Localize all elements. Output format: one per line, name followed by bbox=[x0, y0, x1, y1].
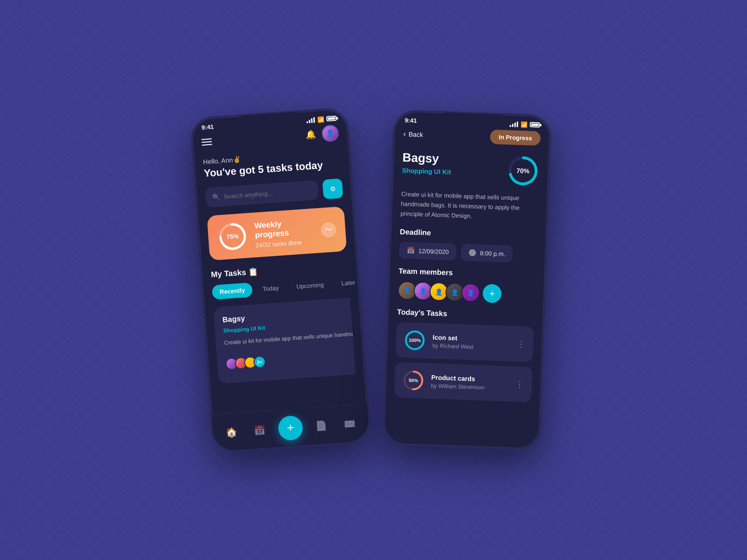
task-info-1: Icon set by Richard West bbox=[432, 333, 511, 351]
task-ring-label-2: 50% bbox=[409, 378, 418, 384]
wave-icon: 〜 bbox=[321, 222, 337, 238]
nav-document[interactable]: 📄 bbox=[311, 416, 331, 436]
signal-icon-right bbox=[510, 121, 518, 127]
search-bar: 🔍 ⚙ bbox=[205, 178, 343, 207]
todays-tasks-section: Today's Tasks 100% Icon set by Richard W… bbox=[394, 308, 535, 402]
user-avatar[interactable]: 👤 bbox=[321, 125, 339, 142]
nav-mail[interactable]: ✉️ bbox=[339, 414, 359, 434]
progress-title: Weekly progress bbox=[254, 217, 314, 240]
team-section: Team members 👤 👤 👤 👤 👤 + bbox=[397, 267, 536, 304]
nav-add-button[interactable]: + bbox=[277, 415, 303, 441]
battery-icon bbox=[326, 116, 337, 122]
search-input-wrap[interactable]: 🔍 bbox=[205, 180, 319, 208]
phones-container: 9:41 📶 🔔 👤 bbox=[201, 112, 546, 448]
tab-recently[interactable]: Recently bbox=[211, 282, 253, 300]
hamburger-menu[interactable] bbox=[202, 138, 212, 146]
team-member-5: 👤 bbox=[461, 283, 480, 302]
notch-right bbox=[444, 112, 501, 125]
task-item-product-cards: 50% Product cards by William Stevenson ⋮ bbox=[394, 362, 532, 402]
bell-icon[interactable]: 🔔 bbox=[304, 128, 318, 142]
tab-upcoming[interactable]: Upcoming bbox=[289, 277, 331, 294]
task-name-2: Product cards bbox=[431, 373, 509, 384]
left-phone-content: 🔔 👤 Hello, Ann✌️ You've got 5 tasks toda… bbox=[192, 124, 369, 447]
task-ring-2: 50% bbox=[402, 369, 425, 392]
task-info-2: Product cards by William Stevenson bbox=[431, 373, 509, 392]
task-ring-label-1: 100% bbox=[409, 338, 421, 343]
tab-later[interactable]: Later bbox=[333, 275, 363, 291]
filter-icon: ⚙ bbox=[330, 185, 336, 193]
deadline-label: Deadline bbox=[400, 228, 537, 241]
task-card-title: Bagsy bbox=[222, 314, 245, 324]
status-icons-right: 📶 bbox=[509, 121, 540, 128]
header-icons: 🔔 👤 bbox=[303, 125, 339, 144]
clock-icon: 🕗 bbox=[468, 249, 477, 257]
time-left: 9:41 bbox=[201, 123, 214, 131]
deadline-section: Deadline 📅 12/09/2020 🕗 8:00 p.m. bbox=[399, 228, 537, 263]
left-phone: 9:41 📶 🔔 👤 bbox=[189, 107, 371, 453]
task-by-1: by Richard West bbox=[432, 342, 510, 351]
task-ring-1: 100% bbox=[403, 329, 427, 352]
progress-card: 75% Weekly progress 24/32 tasks done 〜 bbox=[207, 206, 347, 260]
back-button[interactable]: ‹ Back bbox=[403, 130, 423, 139]
right-phone-content: ‹ Back In Progress Bagsy Shopping UI Kit… bbox=[383, 126, 550, 444]
progress-percentage: 75% bbox=[226, 232, 239, 240]
deadline-pills: 📅 12/09/2020 🕗 8:00 p.m. bbox=[399, 242, 537, 263]
task-more-2[interactable]: ⋮ bbox=[515, 379, 525, 390]
progress-info: Weekly progress 24/32 tasks done bbox=[254, 217, 315, 249]
in-progress-badge: In Progress bbox=[490, 130, 541, 146]
deadline-time-pill: 🕗 8:00 p.m. bbox=[461, 244, 513, 263]
deadline-date-pill: 📅 12/09/2020 bbox=[399, 242, 457, 260]
search-input[interactable] bbox=[224, 187, 312, 200]
back-chevron: ‹ bbox=[403, 130, 406, 138]
avatar-count: 2+ bbox=[253, 356, 266, 369]
project-title-wrap: Bagsy Shopping UI Kit bbox=[402, 150, 452, 176]
add-team-member-button[interactable]: + bbox=[482, 284, 501, 303]
task-card-footer: 2+ 70% bbox=[225, 343, 356, 375]
battery-icon-right bbox=[530, 122, 540, 128]
wifi-icon-right: 📶 bbox=[520, 121, 527, 128]
nav-calendar[interactable]: 📅 bbox=[250, 420, 270, 440]
progress-ring: 75% bbox=[217, 221, 248, 252]
task-tabs: Recently Today Upcoming Later bbox=[211, 276, 349, 300]
team-label: Team members bbox=[398, 267, 536, 280]
deadline-date: 12/09/2020 bbox=[418, 247, 449, 255]
filter-button[interactable]: ⚙ bbox=[322, 178, 343, 199]
task-name-1: Icon set bbox=[432, 333, 510, 343]
todays-tasks-label: Today's Tasks bbox=[397, 308, 534, 321]
task-by-2: by William Stevenson bbox=[431, 382, 509, 392]
tab-today[interactable]: Today bbox=[254, 280, 287, 297]
task-cards-list: Bagsy ··· Shopping UI Kit Create ui kit … bbox=[213, 298, 356, 384]
project-title: Bagsy bbox=[402, 150, 452, 167]
project-progress-label: 70% bbox=[516, 167, 530, 175]
status-icons-left: 📶 bbox=[306, 115, 337, 124]
nav-home[interactable]: 🏠 bbox=[221, 422, 241, 442]
calendar-icon: 📅 bbox=[407, 247, 415, 255]
progress-subtitle: 24/32 tasks done bbox=[255, 238, 315, 249]
time-right: 9:41 bbox=[405, 117, 417, 124]
team-avatars: 👤 👤 👤 👤 👤 + bbox=[397, 281, 535, 304]
project-subtitle: Shopping UI Kit bbox=[402, 167, 451, 176]
back-label: Back bbox=[409, 130, 423, 138]
project-description: Create ui kit for mobile app that sells … bbox=[401, 189, 539, 224]
project-progress-ring: 70% bbox=[506, 154, 540, 188]
task-more-1[interactable]: ⋮ bbox=[517, 339, 526, 350]
task-avatars: 2+ bbox=[225, 356, 266, 371]
deadline-time: 8:00 p.m. bbox=[480, 250, 506, 258]
task-item-icon-set: 100% Icon set by Richard West ⋮ bbox=[395, 322, 534, 362]
project-header: Bagsy Shopping UI Kit 70% bbox=[402, 150, 540, 188]
right-phone: 9:41 📶 ‹ Back In Progress bbox=[382, 109, 552, 450]
search-icon: 🔍 bbox=[212, 193, 220, 201]
task-card-bagsy: Bagsy ··· Shopping UI Kit Create ui kit … bbox=[213, 298, 356, 384]
wifi-icon: 📶 bbox=[317, 116, 324, 123]
signal-icon bbox=[306, 117, 315, 123]
